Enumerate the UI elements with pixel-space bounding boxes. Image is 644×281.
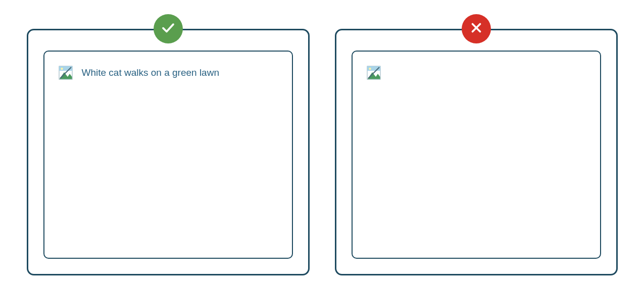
outer-frame [335, 29, 618, 275]
dont-panel [335, 15, 618, 275]
do-badge [154, 14, 183, 43]
svg-point-3 [61, 68, 63, 70]
outer-frame: White cat walks on a green lawn [27, 29, 310, 275]
do-panel: White cat walks on a green lawn [27, 15, 310, 275]
checkmark-icon [161, 20, 176, 37]
broken-image-icon [59, 66, 73, 80]
inner-frame: White cat walks on a green lawn [43, 51, 293, 259]
svg-point-11 [369, 68, 371, 70]
comparison-container: White cat walks on a green lawn [0, 0, 644, 281]
dont-badge [462, 14, 491, 43]
x-icon [469, 20, 484, 37]
broken-image-no-alt [367, 66, 586, 80]
broken-image-with-alt: White cat walks on a green lawn [59, 66, 278, 80]
image-alt-text: White cat walks on a green lawn [82, 67, 219, 78]
broken-image-icon [367, 66, 381, 80]
inner-frame [352, 51, 601, 259]
